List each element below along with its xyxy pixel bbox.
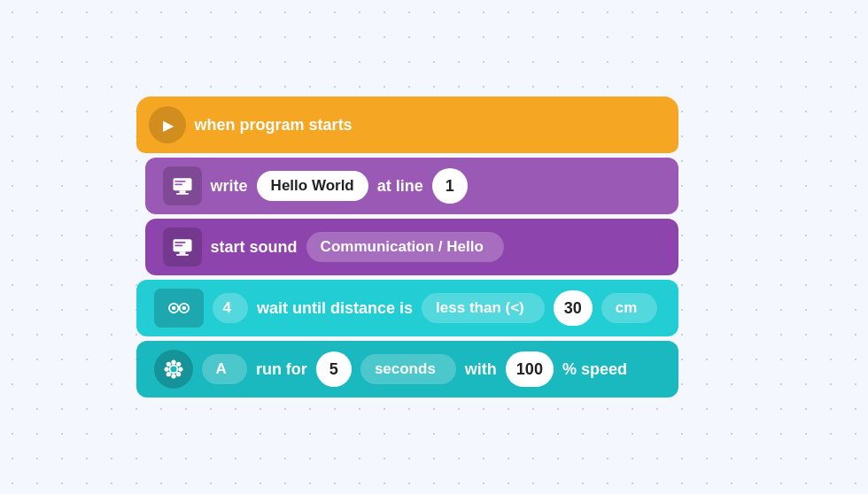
block-when-program-starts: ▶ when program starts — [136, 96, 679, 153]
svg-rect-6 — [179, 251, 185, 254]
svg-point-21 — [166, 372, 170, 376]
blocks-container: ▶ when program starts write Hello World … — [136, 96, 679, 398]
svg-point-15 — [171, 360, 175, 365]
sensor-number-dropdown[interactable]: 4 — [213, 293, 248, 323]
block-motor-run: A run for 5 seconds with 100 % speed — [136, 341, 679, 398]
svg-rect-2 — [176, 193, 189, 195]
svg-rect-4 — [174, 183, 182, 185]
sound-value: Communication / Hello — [321, 238, 484, 256]
svg-rect-3 — [174, 181, 185, 182]
motor-icon-box — [154, 350, 193, 389]
speed-value[interactable]: 100 — [506, 351, 554, 387]
wait-until-label: wait until distance is — [257, 299, 413, 318]
play-icon-box: ▶ — [149, 106, 186, 143]
svg-point-16 — [171, 374, 175, 378]
hello-world-value: Hello World — [271, 177, 354, 195]
svg-rect-9 — [174, 244, 182, 246]
line-number-value: 1 — [446, 177, 454, 196]
speed-number: 100 — [516, 360, 543, 379]
play-icon: ▶ — [163, 117, 174, 134]
svg-point-19 — [166, 362, 170, 367]
svg-point-20 — [176, 372, 181, 376]
motor-letter-value: A — [216, 360, 227, 378]
svg-point-22 — [176, 362, 181, 367]
distance-number: 30 — [564, 299, 582, 318]
time-unit-value: seconds — [375, 360, 436, 378]
svg-point-11 — [171, 306, 175, 311]
block-start-sound: start sound Communication / Hello — [145, 219, 679, 275]
svg-rect-7 — [176, 254, 189, 256]
block-start-label: when program starts — [195, 116, 353, 135]
motor-letter-dropdown[interactable]: A — [202, 354, 247, 384]
sound-dropdown[interactable]: Communication / Hello — [306, 232, 504, 262]
write-prefix: write — [211, 177, 248, 196]
svg-point-13 — [182, 306, 186, 311]
run-duration-value: 5 — [329, 360, 338, 379]
hello-world-pill[interactable]: Hello World — [257, 171, 368, 201]
run-for-label: run for — [256, 360, 307, 379]
run-duration[interactable]: 5 — [316, 351, 352, 387]
block-write: write Hello World at line 1 — [145, 158, 679, 214]
condition-dropdown[interactable]: less than (<) — [422, 293, 545, 323]
sensor-icon-box — [154, 289, 204, 328]
motor-icon — [161, 357, 186, 382]
at-line-label: at line — [377, 177, 423, 196]
with-label: with — [465, 360, 497, 379]
svg-rect-1 — [179, 190, 185, 193]
block-wait-distance: 4 wait until distance is less than (<) 3… — [136, 280, 679, 336]
unit-dropdown[interactable]: cm — [601, 293, 658, 323]
speed-suffix: % speed — [562, 360, 627, 379]
line-number[interactable]: 1 — [432, 168, 468, 204]
svg-point-23 — [170, 367, 176, 373]
unit-value: cm — [616, 299, 638, 317]
distance-value[interactable]: 30 — [554, 290, 593, 326]
time-unit-dropdown[interactable]: seconds — [360, 354, 456, 384]
start-sound-prefix: start sound — [211, 238, 298, 257]
svg-rect-8 — [174, 242, 185, 243]
sound-icon-box — [163, 228, 202, 266]
svg-point-17 — [164, 367, 168, 371]
display-icon — [170, 174, 195, 198]
svg-point-18 — [178, 367, 182, 371]
condition-value: less than (<) — [436, 299, 524, 317]
sensor-num-value: 4 — [223, 299, 231, 317]
sound-icon — [170, 235, 195, 259]
display-icon-box — [163, 166, 202, 205]
sensor-icon — [167, 296, 191, 320]
